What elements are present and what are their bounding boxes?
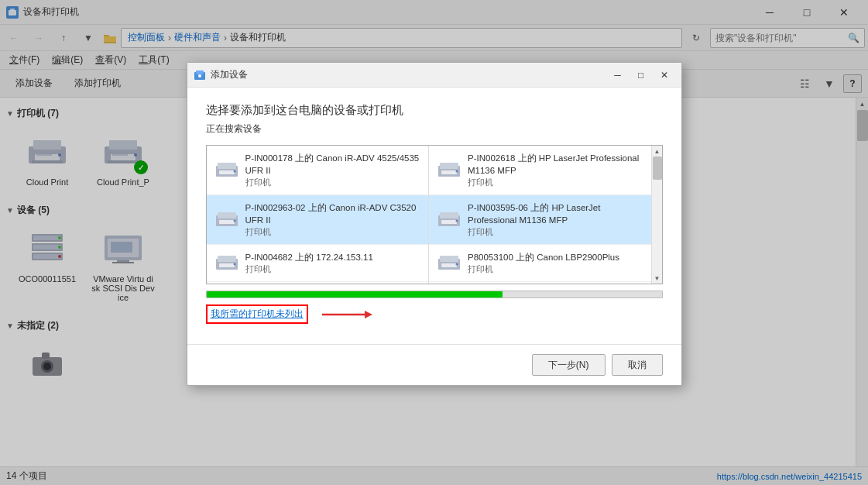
svg-point-38: [233, 170, 235, 172]
modal-title-icon: [194, 69, 206, 81]
list-scroll-down[interactable]: ▼: [652, 273, 663, 284]
next-button[interactable]: 下一步(N): [532, 354, 606, 376]
printer-list-icon: [437, 253, 461, 274]
not-listed-link[interactable]: 我所需的打印机未列出: [206, 304, 308, 324]
svg-rect-52: [440, 212, 458, 218]
modal-minimize-button[interactable]: ─: [607, 65, 629, 85]
svg-rect-57: [441, 263, 457, 267]
svg-rect-41: [219, 220, 235, 224]
cancel-button[interactable]: 取消: [612, 354, 663, 376]
svg-rect-40: [218, 212, 236, 218]
svg-rect-56: [440, 256, 458, 262]
printer-list-icon: [214, 209, 239, 231]
device-list-container: P-IN000178 上的 Canon iR-ADV 4525/4535 UFR…: [206, 145, 663, 284]
svg-rect-45: [219, 263, 235, 267]
list-item[interactable]: P-IN002618 上的 HP LaserJet Professional M…: [429, 146, 651, 195]
red-arrow-svg: [314, 307, 376, 322]
svg-rect-33: [196, 71, 204, 74]
svg-point-50: [456, 170, 458, 172]
svg-rect-37: [219, 170, 235, 174]
svg-point-54: [456, 219, 458, 222]
modal-footer: 下一步(N) 取消: [187, 344, 681, 385]
list-item[interactable]: P-IN003595-06 上的 HP LaserJet Professiona…: [429, 195, 651, 245]
svg-rect-49: [441, 170, 457, 174]
not-listed-row: 我所需的打印机未列出: [206, 304, 663, 324]
list-scroll-track: [652, 157, 662, 273]
list-item[interactable]: P-IN002963-02 上的 Canon iR-ADV C3520 UFR …: [207, 195, 429, 245]
list-item[interactable]: P-IN004682 上的 172.24.153.11 打印机: [207, 245, 429, 282]
modal-overlay: 添加设备 ─ □ ✕ 选择要添加到这台电脑的设备或打印机 正在搜索设备: [0, 0, 868, 485]
modal-heading: 选择要添加到这台电脑的设备或打印机: [206, 103, 663, 118]
device-list-left: P-IN000178 上的 Canon iR-ADV 4525/4535 UFR…: [207, 146, 430, 284]
svg-point-34: [198, 74, 201, 77]
progress-container: [206, 291, 663, 298]
modal-title: 添加设备: [211, 68, 248, 81]
list-scrollbar: ▲ ▼: [651, 146, 662, 284]
device-list-right: P-IN002618 上的 HP LaserJet Professional M…: [429, 146, 651, 284]
list-scroll-thumb[interactable]: [653, 157, 662, 180]
printer-list-icon: [214, 253, 239, 274]
list-scroll-up[interactable]: ▲: [652, 146, 663, 157]
svg-rect-53: [441, 220, 457, 224]
list-item[interactable]: P80053100 上的 Canon LBP2900Plus 打印机: [429, 245, 651, 282]
printer-list-icon: [437, 209, 461, 231]
svg-point-46: [233, 263, 235, 265]
red-arrow: [314, 307, 376, 322]
progress-bar: [207, 291, 503, 298]
svg-rect-36: [218, 163, 236, 169]
list-item[interactable]: P-IN000178 上的 Canon iR-ADV 4525/4535 UFR…: [207, 146, 429, 195]
svg-marker-60: [365, 311, 372, 318]
svg-point-58: [456, 263, 458, 265]
modal-titlebar: 添加设备 ─ □ ✕: [187, 63, 681, 88]
printer-list-icon: [437, 160, 461, 181]
svg-rect-44: [218, 256, 236, 262]
svg-rect-48: [440, 163, 458, 169]
modal-subtext: 正在搜索设备: [206, 122, 663, 136]
modal-maximize-button[interactable]: □: [630, 65, 652, 85]
modal-close-button[interactable]: ✕: [654, 65, 675, 85]
add-device-dialog: 添加设备 ─ □ ✕ 选择要添加到这台电脑的设备或打印机 正在搜索设备: [187, 62, 682, 386]
printer-list-icon: [214, 160, 239, 181]
modal-body: 选择要添加到这台电脑的设备或打印机 正在搜索设备 P: [187, 88, 681, 344]
svg-point-42: [233, 219, 235, 222]
